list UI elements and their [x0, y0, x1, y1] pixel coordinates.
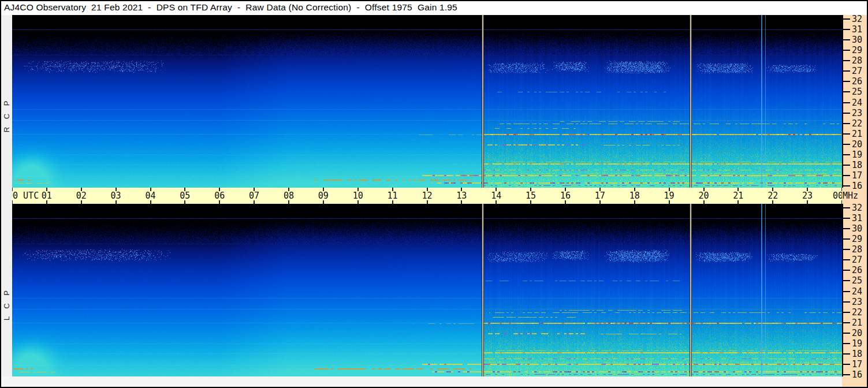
time-label: 20 — [698, 191, 709, 201]
freq-label: 18 — [852, 349, 862, 359]
freq-tick — [842, 343, 850, 344]
time-label: 16 — [560, 191, 571, 201]
freq-label: 21 — [852, 129, 862, 139]
time-label: 19 — [664, 191, 675, 201]
freq-tick — [842, 374, 850, 375]
freq-label: 26 — [852, 265, 862, 275]
freq-label: 31 — [852, 213, 862, 223]
freq-label: 19 — [852, 338, 862, 349]
freq-tick — [842, 280, 850, 281]
freq-label: 22 — [852, 118, 862, 129]
freq-label: 23 — [852, 297, 862, 307]
rcp-label-text: R C P — [2, 98, 11, 132]
time-label: 04 — [145, 191, 155, 201]
freq-label: 24 — [852, 98, 862, 108]
time-label: 15 — [526, 191, 536, 201]
freq-label: 25 — [852, 275, 862, 286]
lcp-label-text: L C P — [2, 287, 11, 320]
freq-label: 30 — [852, 223, 862, 234]
freq-tick — [842, 91, 850, 92]
freq-tick — [842, 29, 850, 30]
time-label: 03 — [111, 191, 121, 201]
freq-tick — [842, 270, 850, 271]
freq-label: 27 — [852, 66, 862, 76]
freq-label: 29 — [852, 45, 862, 55]
lcp-label: L C P — [1, 260, 12, 347]
time-label: 01 — [42, 191, 52, 201]
frequency-scale: MHz 323130292827262524232221201918171632… — [842, 15, 867, 387]
freq-label: 28 — [852, 244, 862, 255]
freq-tick — [842, 113, 850, 114]
page-title: AJ4CO Observatory 21 Feb 2021 - DPS on T… — [4, 2, 457, 13]
freq-label: 26 — [852, 76, 862, 87]
freq-tick — [842, 144, 850, 145]
freq-label: 28 — [852, 55, 862, 66]
title-bar: AJ4CO Observatory 21 Feb 2021 - DPS on T… — [1, 1, 867, 15]
time-label: 17 — [595, 191, 605, 201]
freq-label: 24 — [852, 286, 862, 297]
freq-tick — [842, 322, 850, 323]
freq-tick — [842, 60, 850, 61]
time-label: 11 — [388, 191, 398, 201]
freq-tick — [842, 301, 850, 303]
time-label: 22 — [768, 191, 778, 201]
freq-tick — [842, 312, 850, 313]
freq-label: 32 — [852, 14, 862, 24]
freq-tick — [842, 259, 850, 260]
time-label: 00 UTC — [8, 191, 39, 201]
lcp-spectrogram-canvas — [12, 204, 842, 376]
freq-label: 19 — [852, 150, 862, 160]
time-label: 07 — [249, 191, 259, 201]
freq-tick — [842, 218, 850, 219]
freq-axis-line — [842, 15, 843, 188]
freq-tick — [842, 154, 850, 155]
polarization-label-column: R C P L C P — [1, 15, 12, 377]
time-label: 08 — [284, 191, 294, 201]
freq-label: 16 — [852, 181, 862, 191]
freq-tick — [842, 185, 850, 186]
freq-label: 22 — [852, 307, 862, 318]
rcp-label: R C P — [1, 72, 12, 158]
freq-label: 21 — [852, 318, 862, 328]
freq-tick — [842, 353, 850, 355]
time-label: 06 — [214, 191, 225, 201]
mhz-unit-label: MHz — [843, 191, 858, 201]
freq-axis-line — [842, 204, 843, 376]
time-label: 13 — [456, 191, 467, 201]
freq-label: 20 — [852, 139, 862, 150]
time-label: 23 — [802, 191, 813, 201]
freq-tick — [842, 39, 850, 40]
time-label: 05 — [180, 191, 190, 201]
freq-label: 32 — [852, 203, 862, 213]
freq-tick — [842, 50, 850, 51]
time-label: 18 — [629, 191, 640, 201]
freq-tick — [842, 133, 850, 135]
freq-tick — [842, 175, 850, 176]
time-label: 10 — [353, 191, 363, 201]
app-window: AJ4CO Observatory 21 Feb 2021 - DPS on T… — [0, 0, 868, 388]
bottom-margin — [1, 376, 842, 387]
freq-label: 31 — [852, 24, 862, 35]
freq-tick — [842, 165, 850, 166]
freq-label: 29 — [852, 234, 862, 244]
freq-label: 23 — [852, 108, 862, 118]
freq-label: 30 — [852, 35, 862, 45]
time-label: 12 — [422, 191, 432, 201]
freq-label: 25 — [852, 87, 862, 97]
time-label: 21 — [733, 191, 743, 201]
time-label: 14 — [491, 191, 501, 201]
freq-tick — [842, 249, 850, 250]
freq-tick — [842, 102, 850, 103]
freq-label: 20 — [852, 328, 862, 338]
freq-tick — [842, 207, 850, 208]
time-axis: 00 UTC0102030405060708091011121314151617… — [6, 188, 842, 204]
freq-tick — [842, 238, 850, 240]
freq-tick — [842, 123, 850, 124]
freq-tick — [842, 333, 850, 334]
freq-label: 17 — [852, 170, 862, 181]
freq-label: 27 — [852, 255, 862, 265]
freq-tick — [842, 364, 850, 365]
freq-label: 17 — [852, 359, 862, 370]
freq-tick — [842, 228, 850, 229]
freq-tick — [842, 70, 850, 72]
